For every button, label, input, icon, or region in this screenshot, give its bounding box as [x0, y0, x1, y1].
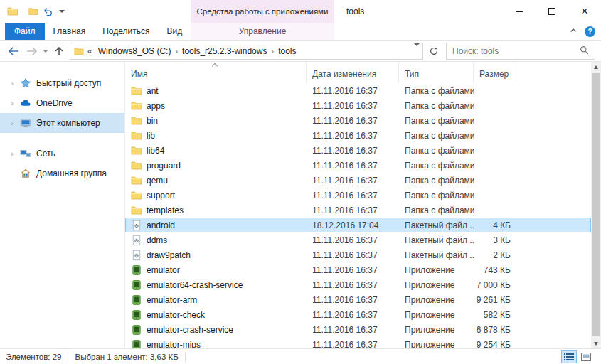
help-icon[interactable]: ? [585, 26, 595, 37]
collapse-ribbon-chevron-icon[interactable] [569, 26, 578, 37]
file-name-cell: qemu [125, 175, 307, 186]
file-row[interactable]: bin11.11.2016 16:37Папка с файлами [125, 113, 591, 128]
sidebar-item-homegroup[interactable]: Домашняя группа [0, 164, 124, 183]
file-type: Пакетный файл ... [399, 250, 474, 260]
file-type: Папка с файлами [399, 191, 474, 200]
file-type: Папка с файлами [399, 86, 474, 96]
file-type: Пакетный файл ... [399, 220, 474, 230]
file-type: Папка с файлами [399, 146, 474, 156]
titlebar: Средства работы с приложениями tools × [0, 0, 601, 23]
details-view-button[interactable] [561, 350, 577, 363]
file-name: apps [147, 101, 165, 111]
column-header-size[interactable]: Размер [474, 62, 516, 83]
file-row[interactable]: draw9patch11.11.2016 16:37Пакетный файл … [125, 247, 591, 262]
file-row[interactable]: lib6411.11.2016 16:37Папка с файлами [125, 143, 591, 158]
star-icon [20, 77, 31, 89]
column-header-name[interactable]: Имя [125, 62, 307, 83]
file-size: 9 261 КБ [474, 295, 516, 305]
file-row[interactable]: emulator-crash-service11.11.2016 16:37Пр… [125, 322, 591, 337]
app-icon [131, 294, 142, 306]
explorer-window-icon[interactable] [6, 4, 20, 18]
tab-view[interactable]: Вид [158, 23, 191, 40]
file-row[interactable]: proguard11.11.2016 16:37Папка с файлами [125, 158, 591, 173]
minimize-button[interactable] [503, 0, 536, 23]
file-row[interactable]: emulator-mips11.11.2016 16:37Приложение9… [125, 337, 591, 348]
file-row[interactable]: ant11.11.2016 16:37Папка с файлами [125, 83, 591, 98]
file-row[interactable]: emulator-check11.11.2016 16:37Приложение… [125, 307, 591, 322]
app-icon [131, 309, 142, 321]
close-button[interactable]: × [568, 0, 601, 23]
recent-locations-chevron-icon[interactable] [41, 43, 50, 60]
file-date: 11.11.2016 16:37 [307, 101, 399, 111]
tab-file[interactable]: Файл [5, 23, 45, 40]
tab-share[interactable]: Поделиться [94, 23, 158, 40]
sidebar-item-label: Этот компьютер [36, 118, 100, 128]
file-name: templates [147, 205, 184, 215]
column-header-date[interactable]: Дата изменения [307, 62, 399, 83]
file-row[interactable]: emulator-arm11.11.2016 16:37Приложение9 … [125, 292, 591, 307]
breadcrumb-overflow-chevrons[interactable]: « [87, 46, 92, 56]
qat-folder-icon[interactable] [26, 4, 41, 18]
file-row[interactable]: ddms11.11.2016 16:37Пакетный файл ...3 К… [125, 232, 591, 247]
maximize-button[interactable] [536, 0, 568, 23]
tab-home[interactable]: Главная [45, 23, 95, 40]
file-row[interactable]: emulator11.11.2016 16:37Приложение743 КБ [125, 262, 591, 277]
address-dropdown-chevron-icon[interactable] [414, 46, 420, 56]
file-row[interactable]: android18.12.2016 17:04Пакетный файл ...… [125, 218, 591, 232]
back-button[interactable] [4, 43, 23, 60]
file-row[interactable]: support11.11.2016 16:37Папка с файлами [125, 188, 591, 203]
search-icon[interactable] [580, 46, 589, 57]
address-bar[interactable]: « Windows8_OS (C:)›tools_r25.2.3-windows… [70, 43, 423, 60]
sidebar-item-this-pc[interactable]: ›Этот компьютер [0, 113, 124, 133]
refresh-button[interactable] [425, 43, 443, 60]
forward-button[interactable] [23, 43, 41, 60]
qat-customize-chevron-icon[interactable] [55, 4, 69, 18]
file-row[interactable]: apps11.11.2016 16:37Папка с файлами [125, 98, 591, 113]
file-row[interactable]: lib11.11.2016 16:37Папка с файлами [125, 128, 591, 143]
file-type: Пакетный файл ... [399, 235, 474, 245]
statusbar-separator [68, 352, 68, 362]
file-date: 11.11.2016 16:37 [307, 265, 399, 275]
app-icon [131, 264, 142, 276]
file-row[interactable]: qemu11.11.2016 16:37Папка с файлами [125, 173, 591, 188]
file-name-cell: android [125, 220, 307, 231]
file-date: 11.11.2016 16:37 [307, 235, 399, 245]
up-button[interactable] [50, 43, 68, 60]
chevron-right-icon[interactable]: › [9, 79, 15, 87]
breadcrumb-segment[interactable]: Windows8_OS (C:) [95, 46, 175, 56]
scroll-down-arrow[interactable] [591, 338, 601, 348]
chevron-right-icon[interactable]: › [9, 149, 15, 158]
file-name-cell: templates [125, 205, 307, 216]
chevron-right-icon[interactable]: › [9, 119, 15, 127]
file-name: emulator-crash-service [147, 325, 233, 335]
file-row[interactable]: templates11.11.2016 16:37Папка с файлами [125, 203, 591, 218]
sidebar-item-quick-access[interactable]: ›Быстрый доступ [0, 73, 124, 93]
column-header-type[interactable]: Тип [399, 62, 474, 83]
breadcrumb-segment[interactable]: tools [275, 46, 299, 56]
search-box[interactable]: Поиск: tools [446, 43, 595, 60]
file-size: 9 254 КБ [474, 340, 516, 349]
file-name: emulator [147, 265, 180, 275]
sidebar-item-onedrive[interactable]: ›OneDrive [0, 93, 124, 113]
file-row[interactable]: emulator64-crash-service11.11.2016 16:37… [125, 277, 591, 292]
explorer-window: Средства работы с приложениями tools × Ф… [0, 0, 601, 364]
file-date: 11.11.2016 16:37 [307, 176, 399, 186]
file-date: 11.11.2016 16:37 [307, 205, 399, 215]
chevron-right-icon[interactable]: › [9, 99, 15, 107]
file-name-cell: proguard [125, 160, 307, 171]
homegroup-icon [20, 168, 31, 179]
file-date: 11.11.2016 16:37 [307, 116, 399, 126]
file-date: 11.11.2016 16:37 [307, 191, 399, 200]
undo-icon[interactable] [41, 4, 55, 18]
sidebar-item-label: Сеть [36, 149, 55, 159]
folder-icon [131, 175, 142, 186]
vertical-scrollbar[interactable] [591, 62, 601, 348]
file-name-cell: apps [125, 100, 307, 112]
thumbnails-view-button[interactable] [578, 350, 594, 363]
sidebar-item-network[interactable]: ›Сеть [0, 144, 124, 164]
file-date: 11.11.2016 16:37 [307, 280, 399, 290]
scrollbar-thumb[interactable] [592, 73, 600, 336]
scroll-up-arrow[interactable] [591, 62, 601, 72]
breadcrumb-segment[interactable]: tools_r25.2.3-windows [179, 46, 270, 56]
tab-manage[interactable]: Управление [239, 26, 287, 36]
